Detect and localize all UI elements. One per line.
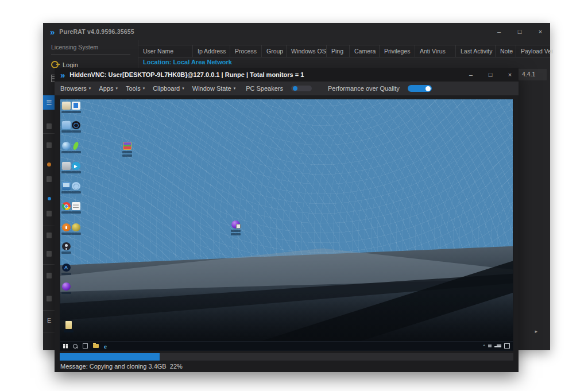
- column-header-camera[interactable]: Camera: [350, 45, 380, 57]
- icon-label: [71, 111, 81, 113]
- chevron-down-icon: ▾: [89, 86, 91, 91]
- desktop-icon-user-folder[interactable]: [61, 102, 71, 113]
- column-header-privileges[interactable]: Privileges: [380, 45, 415, 57]
- green-swoosh-app-icon: [72, 142, 80, 150]
- desktop-icon-blue-sphere-app[interactable]: [61, 142, 71, 153]
- nav-strip-active-item[interactable]: ☰: [43, 95, 55, 110]
- edge-browser-icon[interactable]: e: [104, 343, 107, 349]
- icon-label: [71, 211, 81, 214]
- desktop-icon-dark-avatar-app[interactable]: [61, 242, 71, 254]
- pc-speakers-toggle[interactable]: [291, 86, 312, 91]
- vnc-logo-icon: »: [60, 71, 65, 79]
- desktop-icon-purple-orb-locked[interactable]: [231, 220, 240, 235]
- maximize-button[interactable]: □: [516, 28, 524, 35]
- desktop-icon-blue-picture[interactable]: [61, 182, 71, 193]
- purerat-titlebar[interactable]: » PureRAT v4.0.9596.35655 – □ ×: [43, 23, 550, 40]
- desktop-icon-green-swoosh-app[interactable]: [71, 142, 80, 153]
- nav-strip-item[interactable]: [47, 142, 52, 148]
- desktop-icon-dark-ring-app[interactable]: [71, 121, 80, 133]
- close-button[interactable]: ×: [506, 71, 514, 78]
- icon-label: [71, 171, 81, 173]
- vnc-toolbar: Browsers ▾ Apps ▾ Tools ▾ Clipboard ▾ Wi…: [55, 82, 519, 95]
- maximize-button[interactable]: □: [486, 71, 494, 78]
- nav-strip-item[interactable]: [47, 273, 52, 278]
- column-header-windows-os[interactable]: Windows OS: [287, 45, 327, 57]
- menu-tools[interactable]: Tools ▾: [126, 85, 145, 92]
- tray-clock[interactable]: [494, 344, 501, 347]
- menu-clipboard[interactable]: Clipboard ▾: [153, 85, 184, 92]
- column-header-ping[interactable]: Ping: [327, 45, 350, 57]
- task-view-icon[interactable]: [83, 343, 88, 349]
- table-header-row: User Name Ip Address Process Group Windo…: [138, 45, 550, 57]
- menu-label: Window State: [192, 85, 231, 92]
- screen: » PureRAT v4.0.9596.35655 – □ × Licensin…: [0, 0, 588, 391]
- toggle-knob: [425, 86, 431, 91]
- menu-window-state[interactable]: Window State ▾: [192, 85, 235, 92]
- chevron-down-icon: ▾: [143, 86, 145, 91]
- progress-fill: [60, 353, 160, 361]
- desktop-icon-blue-a-app[interactable]: [61, 264, 71, 275]
- desktop-icon-web-app[interactable]: [71, 182, 80, 193]
- telegram-icon: [72, 162, 80, 170]
- performance-over-quality-toggle[interactable]: [408, 85, 432, 92]
- desktop-icon-notepad-doc[interactable]: [71, 202, 80, 214]
- column-header-last-activity[interactable]: Last Activity: [456, 45, 496, 57]
- gray-box-app-icon: [62, 162, 71, 170]
- tray-chevron-up-icon[interactable]: ^: [483, 344, 485, 349]
- close-button[interactable]: ×: [536, 28, 544, 35]
- menu-browsers[interactable]: Browsers ▾: [60, 85, 91, 92]
- nav-strip-item[interactable]: [47, 123, 52, 129]
- column-header-payload-version[interactable]: Payload Vei: [516, 45, 585, 57]
- icon-label: [61, 292, 71, 294]
- desktop-icon-purple-orb-app[interactable]: [61, 282, 71, 294]
- desktop-icon-telegram[interactable]: [71, 162, 80, 173]
- nav-strip-item[interactable]: [47, 251, 52, 257]
- nav-strip-item[interactable]: [47, 296, 52, 301]
- icon-label: [61, 171, 71, 173]
- file-explorer-icon[interactable]: [93, 344, 99, 348]
- nav-strip-item[interactable]: [47, 176, 52, 182]
- desktop-icon-app-window[interactable]: [71, 102, 80, 113]
- column-header-note[interactable]: Note: [496, 45, 516, 57]
- start-button-icon[interactable]: [63, 344, 68, 349]
- desktop-icon-documents[interactable]: [61, 121, 71, 133]
- desktop-icon-winrar-archive[interactable]: [122, 142, 131, 157]
- nav-strip-item[interactable]: [47, 211, 52, 216]
- divider: [43, 226, 55, 226]
- column-header-ip-address[interactable]: Ip Address: [193, 45, 230, 57]
- desktop-icon-chrome[interactable]: [61, 202, 71, 214]
- yellow-note-icon: [65, 321, 72, 329]
- desktop-icon-yellow-note[interactable]: [64, 321, 73, 332]
- menu-apps[interactable]: Apps ▾: [99, 85, 118, 92]
- user-folder-icon: [62, 102, 71, 110]
- nav-strip-item-letter[interactable]: E: [47, 317, 51, 324]
- vnc-titlebar[interactable]: » HiddenVNC: User[DESKTOP-9L7HK0B]@127.0…: [55, 68, 519, 82]
- remote-taskbar[interactable]: e ^: [60, 341, 513, 350]
- nav-strip-item-orange-icon[interactable]: [47, 162, 51, 167]
- scroll-right-arrow[interactable]: ▸: [535, 328, 537, 334]
- column-header-process[interactable]: Process: [230, 45, 262, 57]
- icon-label: [122, 151, 132, 153]
- minimize-button[interactable]: –: [467, 71, 475, 78]
- column-header-user-name[interactable]: User Name: [138, 45, 193, 57]
- nav-strip-item[interactable]: [47, 233, 52, 238]
- blue-sphere-app-icon: [62, 142, 71, 150]
- hiddenvnc-window: » HiddenVNC: User[DESKTOP-9L7HK0B]@127.0…: [55, 68, 519, 372]
- action-center-icon[interactable]: [504, 343, 510, 349]
- icon-label: [61, 151, 71, 153]
- nav-strip-item-blue-icon[interactable]: [48, 197, 51, 200]
- icon-label: [64, 330, 74, 332]
- icon-label: [71, 233, 81, 235]
- desktop-icon-olive-ball-app[interactable]: [71, 223, 80, 235]
- search-icon[interactable]: [73, 344, 78, 349]
- desktop-icons: [60, 99, 513, 350]
- tray-network-icon[interactable]: [488, 344, 492, 347]
- icon-label: [71, 191, 81, 193]
- remote-desktop-view[interactable]: e ^: [60, 99, 513, 351]
- orange-lock-app-icon: [62, 223, 71, 231]
- column-header-group[interactable]: Group: [262, 45, 287, 57]
- minimize-button[interactable]: –: [495, 28, 503, 35]
- desktop-icon-gray-box-app[interactable]: [61, 162, 71, 173]
- desktop-icon-orange-lock-app[interactable]: [61, 223, 71, 235]
- column-header-anti-virus[interactable]: Anti Virus: [415, 45, 456, 57]
